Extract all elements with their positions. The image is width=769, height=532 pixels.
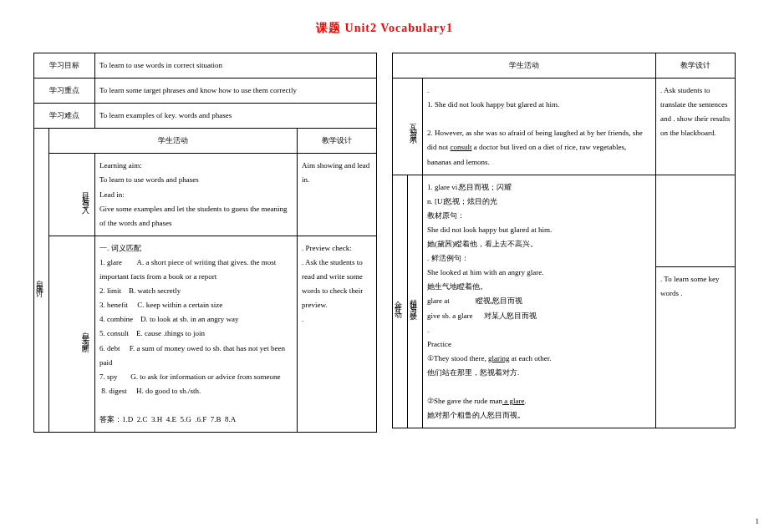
row-headers-right: 学生活动 教学设计 — [393, 53, 736, 79]
text-glare-block: 1. glare vi.怒目而视；闪耀 n. [U]怒视；炫目的光 教材原句： … — [427, 183, 552, 348]
left-table: 学习目标 To learn to use words in correct si… — [33, 53, 377, 433]
text-difficulty: To learn examples of key. words and phas… — [95, 104, 377, 129]
header-design-right: 教学设计 — [656, 53, 736, 79]
underline-consult: consult — [451, 143, 472, 151]
text-pre-consult: . 1. She did not look happy but glared a… — [427, 86, 644, 151]
practice-2-pre: ②She gave the rude man — [427, 397, 502, 405]
side-label-cooperate: 合作互动 — [393, 175, 408, 428]
design-goal-intro: Aim showing and lead in. — [298, 154, 377, 236]
practice-1-pre: ①They stood there, — [427, 354, 488, 362]
side-label-interact-show: 互动与展示 — [393, 79, 423, 175]
label-goal-intro: 目标与导入 — [49, 154, 95, 236]
row-focus: 学习重点 To learn some target phrases and kn… — [34, 79, 377, 104]
side-label-self-study: 自主研讨 — [34, 129, 49, 433]
row-cooperate: 合作互动 精讲与点拨 1. glare vi.怒目而视；闪耀 n. [U]怒视；… — [393, 175, 736, 266]
side-label-explain: 精讲与点拨 — [408, 175, 423, 428]
page-title: 课题 Unit2 Vocabulary1 — [33, 21, 736, 36]
practice-1-post: at each other. — [509, 354, 551, 362]
design-self-diagnose: . Preview check: . Ask the students to r… — [298, 236, 377, 432]
header-activity-right: 学生活动 — [393, 53, 656, 79]
practice-2-cn: 她对那个粗鲁的人怒目而视。 — [427, 411, 525, 419]
activity-explain: 1. glare vi.怒目而视；闪耀 n. [U]怒视；炫目的光 教材原句： … — [423, 175, 656, 428]
header-design-left: 教学设计 — [298, 129, 377, 154]
right-table: 学生活动 教学设计 互动与展示 . 1. She did not look ha… — [392, 53, 736, 428]
header-activity-left: 学生活动 — [49, 129, 298, 154]
design-explain: . To learn some key words . — [656, 266, 736, 428]
underline-glaring: glaring — [488, 354, 510, 362]
label-objective: 学习目标 — [34, 53, 95, 79]
left-column: 学习目标 To learn to use words in correct si… — [33, 53, 377, 433]
two-column-layout: 学习目标 To learn to use words in correct si… — [33, 53, 736, 433]
label-focus: 学习重点 — [34, 79, 95, 104]
activity-self-diagnose: 一. 词义匹配 1. glare A. a short piece of wri… — [95, 236, 298, 432]
row-goal-intro: 目标与导入 Learning aim: To learn to use word… — [34, 154, 377, 236]
text-focus: To learn some target phrases and know ho… — [95, 79, 377, 104]
design-interact-show: . Ask students to translate the sentence… — [656, 79, 736, 175]
row-self-diagnose: 自学与诊断 一. 词义匹配 1. glare A. a short piece … — [34, 236, 377, 432]
right-column: 学生活动 教学设计 互动与展示 . 1. She did not look ha… — [392, 53, 736, 433]
row-objective: 学习目标 To learn to use words in correct si… — [34, 53, 377, 79]
text-objective: To learn to use words in correct situati… — [95, 53, 377, 79]
activity-interact-show: . 1. She did not look happy but glared a… — [423, 79, 656, 175]
row-headers-left: 自主研讨 学生活动 教学设计 — [34, 129, 377, 154]
row-difficulty: 学习难点 To learn examples of key. words and… — [34, 104, 377, 129]
practice-2-post: . — [524, 397, 526, 405]
practice-1-cn: 他们站在那里，怒视着对方. — [427, 368, 519, 377]
design-explain-empty — [656, 175, 736, 266]
underline-a-glare: a glare — [502, 397, 524, 405]
row-interact-show: 互动与展示 . 1. She did not look happy but gl… — [393, 79, 736, 175]
activity-goal-intro: Learning aim: To learn to use words and … — [95, 154, 298, 236]
label-self-diagnose: 自学与诊断 — [49, 236, 95, 432]
label-difficulty: 学习难点 — [34, 104, 95, 129]
